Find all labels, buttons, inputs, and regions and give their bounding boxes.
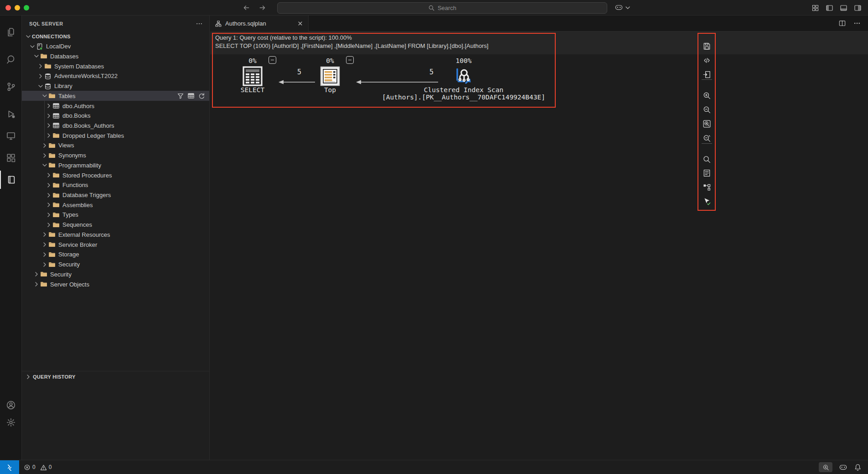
remote-indicator[interactable]: [0, 460, 19, 474]
edge-rows-label: 5: [297, 68, 301, 76]
folder-icon: [52, 172, 60, 179]
tree-item-service-broker[interactable]: Service Broker: [22, 240, 210, 250]
forward-button[interactable]: [258, 3, 267, 12]
panel-left-icon[interactable]: [825, 4, 833, 12]
window-controls[interactable]: [5, 5, 29, 10]
activitybar-search-icon[interactable]: [0, 50, 21, 68]
tree-item-adventureworkslt2022[interactable]: AdventureWorksLT2022: [22, 71, 210, 81]
tree-item-dbo-books[interactable]: dbo.Books: [22, 111, 210, 121]
search-icon: [428, 5, 435, 11]
close-tab-icon[interactable]: [297, 20, 304, 27]
tree-item-security[interactable]: Security: [22, 260, 210, 270]
tree-item-dbo-books-authors[interactable]: dbo.Books_Authors: [22, 120, 210, 130]
show-xml-button[interactable]: [701, 54, 713, 66]
tree-item-dropped-ledger-tables[interactable]: Dropped Ledger Tables: [22, 130, 210, 141]
collapse-node-button[interactable]: [269, 56, 276, 64]
plan-canvas: 0%SELECT0%Top100% Clustered Index Scan[A…: [210, 54, 712, 146]
folder-icon: [48, 142, 56, 149]
close-control[interactable]: [5, 5, 11, 10]
tree-item-server-objects[interactable]: Server Objects: [22, 279, 210, 289]
minimize-control[interactable]: [15, 5, 20, 10]
tree-item-external-resources[interactable]: External Resources: [22, 229, 210, 240]
tree-item-views[interactable]: Views: [22, 141, 210, 151]
tree-item-dbo-authors[interactable]: dbo.Authors: [22, 101, 210, 111]
tree-item-tables[interactable]: Tables: [22, 91, 210, 101]
activitybar-run-debug-icon[interactable]: [0, 105, 21, 123]
refresh-action-icon[interactable]: [198, 92, 205, 99]
chevron-right-icon: [41, 251, 48, 258]
tree-item-security[interactable]: Security: [22, 269, 210, 279]
activitybar-settings-icon[interactable]: [0, 413, 21, 432]
zoom-out-button[interactable]: [701, 104, 713, 115]
activitybar-explorer-icon[interactable]: [0, 23, 21, 41]
properties-button[interactable]: [701, 167, 713, 179]
copilot-menu[interactable]: [615, 3, 631, 12]
back-button[interactable]: [242, 3, 251, 12]
tree-item-assemblies[interactable]: Assemblies: [22, 200, 210, 210]
chevron-down-icon: [41, 161, 48, 169]
search-box[interactable]: Search: [277, 2, 607, 14]
copilot-icon[interactable]: [839, 463, 847, 472]
collapse-node-button[interactable]: [346, 56, 354, 64]
layout-grid-icon[interactable]: [811, 4, 819, 12]
activitybar-source-control-icon[interactable]: [0, 78, 21, 96]
tree-item-synonyms[interactable]: Synonyms: [22, 151, 210, 161]
split-editor-button[interactable]: [838, 20, 846, 27]
actual-plan-button[interactable]: [701, 195, 713, 207]
panel-bottom-icon[interactable]: [839, 4, 847, 12]
zoom-status-icon[interactable]: [819, 462, 832, 472]
sidebar-more-button[interactable]: [196, 20, 203, 27]
folder-icon: [48, 152, 56, 159]
activitybar-accounts-icon[interactable]: [0, 396, 21, 414]
query-history-section[interactable]: QUERY HISTORY: [22, 371, 210, 382]
table-icon: [52, 122, 60, 129]
more-button[interactable]: [853, 20, 861, 27]
chevron-right-icon: [41, 241, 48, 248]
tree-item-programmability[interactable]: Programmability: [22, 160, 210, 170]
tab-bar: Authors.sqlplan: [210, 16, 868, 31]
tree-item-localdev[interactable]: LocalDev: [22, 42, 210, 52]
plan-edge[interactable]: [354, 78, 439, 86]
activitybar-extensions-icon[interactable]: [0, 149, 21, 167]
save-button[interactable]: [701, 40, 713, 52]
compare-plan-button[interactable]: [701, 181, 713, 193]
problems-indicator[interactable]: 0 0: [24, 464, 54, 471]
activitybar-sql-server-icon[interactable]: [0, 171, 22, 189]
tree-item-storage[interactable]: Storage: [22, 250, 210, 260]
zoom-control[interactable]: [24, 5, 29, 10]
chevron-right-icon: [41, 261, 48, 268]
chevron-right-icon: [37, 63, 44, 70]
tree-item-label: Security: [58, 261, 80, 268]
tree-item-functions[interactable]: Functions: [22, 180, 210, 190]
app-window: Search SQL SERVER CONNECTIONSLocalDevDat…: [0, 0, 868, 474]
tab-authors-sqlplan[interactable]: Authors.sqlplan: [210, 16, 309, 31]
sqlplan-icon: [215, 20, 222, 27]
tree-item-label: Tables: [58, 93, 76, 99]
zoom-to-fit-button[interactable]: [701, 118, 713, 130]
error-count: 0: [32, 464, 36, 470]
tree-item-library[interactable]: Library: [22, 81, 210, 91]
tree-item-label: AdventureWorksLT2022: [54, 73, 118, 79]
open-plan-button[interactable]: [701, 68, 713, 80]
tree-item-sequences[interactable]: Sequences: [22, 220, 210, 230]
activitybar-remote-explorer-icon[interactable]: [0, 127, 21, 145]
tree-item-stored-procedures[interactable]: Stored Procedures: [22, 170, 210, 180]
operator-name: Top: [294, 86, 367, 94]
tree-item-types[interactable]: Types: [22, 210, 210, 220]
custom-zoom-button[interactable]: [701, 132, 713, 144]
panel-right-icon[interactable]: [853, 4, 862, 12]
plan-node-select[interactable]: 0%SELECT: [216, 57, 289, 94]
tree-item-system-databases[interactable]: System Databases: [22, 61, 210, 71]
filter-action-icon[interactable]: [177, 92, 184, 99]
chevron-right-icon: [45, 201, 52, 208]
plan-edge[interactable]: [277, 78, 316, 86]
plan-node-top[interactable]: 0%Top: [294, 57, 367, 94]
bell-icon[interactable]: [854, 464, 862, 471]
tree-item-database-triggers[interactable]: Database Triggers: [22, 190, 210, 200]
tree-item-databases[interactable]: Databases: [22, 51, 210, 61]
table-action-icon[interactable]: [187, 92, 195, 99]
zoom-in-button[interactable]: [701, 89, 713, 101]
tree-item-label: LocalDev: [46, 43, 71, 50]
find-node-button[interactable]: [701, 153, 713, 165]
tree-item-connections[interactable]: CONNECTIONS: [22, 31, 210, 42]
